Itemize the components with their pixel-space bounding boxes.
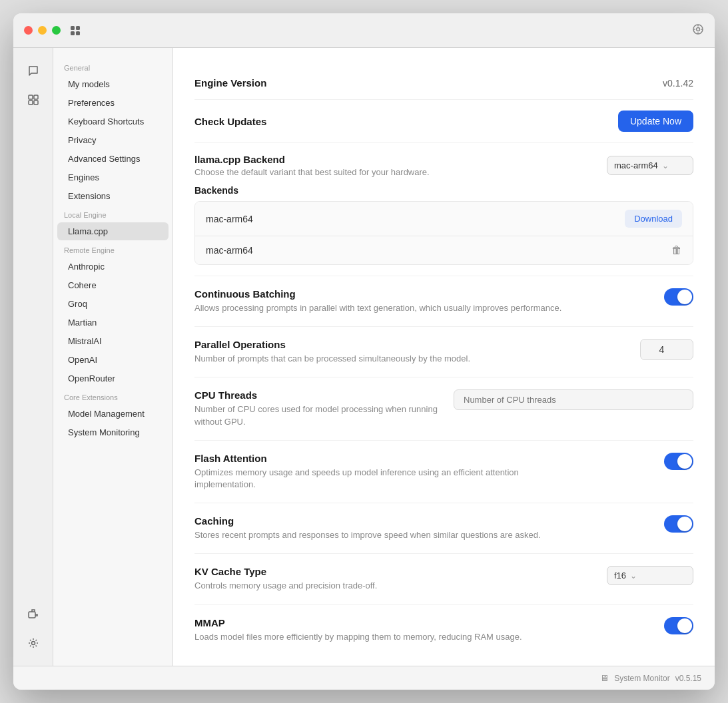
continuous-batching-title: Continuous Batching: [194, 288, 648, 300]
svg-point-5: [697, 27, 700, 31]
kv-cache-type-row: KV Cache Type Controls memory usage and …: [194, 554, 693, 604]
sidebar-item-preferences[interactable]: Preferences: [57, 94, 169, 112]
check-updates-label: Check Updates: [194, 116, 266, 127]
close-button[interactable]: [24, 26, 33, 35]
cpu-threads-right: [454, 389, 693, 410]
minimize-button[interactable]: [38, 26, 47, 35]
kv-cache-type-right: f16 ⌄: [607, 566, 693, 585]
sidebar-item-model-management[interactable]: Model Management: [57, 405, 169, 423]
sidebar-item-openai[interactable]: OpenAI: [57, 351, 169, 369]
kv-cache-select-value: f16: [614, 571, 626, 581]
grid-icon-btn[interactable]: [21, 88, 45, 112]
icon-bar: [13, 48, 53, 666]
titlebar: [13, 13, 715, 48]
sidebar-item-anthropic[interactable]: Anthropic: [57, 258, 169, 276]
parallel-operations-row: Parallel Operations Number of prompts th…: [194, 327, 693, 377]
main-content: Engine Version v0.1.42 Check Updates Upd…: [173, 48, 715, 666]
svg-rect-13: [34, 101, 38, 105]
sidebar-item-groq[interactable]: Groq: [57, 295, 169, 313]
svg-point-15: [31, 642, 35, 645]
update-now-button[interactable]: Update Now: [618, 111, 693, 132]
core-extensions-section-label: Core Extensions: [53, 388, 173, 404]
general-section-label: General: [53, 59, 173, 75]
sidebar-item-mistralai[interactable]: MistralAI: [57, 332, 169, 350]
svg-rect-12: [29, 101, 33, 105]
sidebar-item-my-models[interactable]: My models: [57, 75, 169, 93]
cpu-threads-row: CPU Threads Number of CPU cores used for…: [194, 377, 693, 440]
app-icon: [69, 24, 82, 37]
app-window: General My models Preferences Keyboard S…: [13, 13, 715, 690]
llama-cpp-backend-section: llama.cpp Backend Choose the default var…: [194, 143, 693, 276]
maximize-button[interactable]: [52, 26, 61, 35]
cpu-threads-desc: Number of CPU cores used for model proce…: [194, 403, 438, 427]
flash-attention-toggle[interactable]: [664, 453, 693, 470]
plugin-icon-btn[interactable]: [21, 602, 45, 626]
parallel-operations-desc: Number of prompts that can be processed …: [194, 353, 567, 365]
sidebar-item-martian[interactable]: Martian: [57, 314, 169, 332]
sidebar-item-extensions[interactable]: Extensions: [57, 187, 169, 205]
chat-icon-btn[interactable]: [21, 59, 45, 83]
kv-cache-select[interactable]: f16 ⌄: [607, 566, 693, 585]
sidebar-item-engines[interactable]: Engines: [57, 168, 169, 186]
svg-rect-10: [29, 95, 33, 99]
settings-icon-btn[interactable]: [21, 631, 45, 655]
sidebar-item-privacy[interactable]: Privacy: [57, 131, 169, 149]
traffic-lights: [24, 26, 61, 35]
sidebar-item-keyboard-shortcuts[interactable]: Keyboard Shortcuts: [57, 113, 169, 130]
cpu-threads-left: CPU Threads Number of CPU cores used for…: [194, 389, 438, 427]
sidebar-item-llama-cpp[interactable]: Llama.cpp: [57, 222, 169, 240]
flash-attention-title: Flash Attention: [194, 453, 648, 464]
kv-cache-chevron-icon: ⌄: [630, 571, 637, 581]
local-engine-section-label: Local Engine: [53, 206, 173, 222]
continuous-batching-left: Continuous Batching Allows processing pr…: [194, 288, 648, 314]
mmap-left: MMAP Loads model files more efficiently …: [194, 617, 648, 643]
chevron-down-icon: ⌄: [662, 161, 669, 170]
remote-engine-section-label: Remote Engine: [53, 241, 173, 257]
settings-icon[interactable]: [692, 23, 704, 38]
download-button[interactable]: Download: [625, 210, 682, 228]
caching-row: Caching Stores recent prompts and respon…: [194, 503, 693, 554]
kv-cache-type-desc: Controls memory usage and precision trad…: [194, 580, 567, 592]
icon-bar-bottom: [21, 602, 45, 666]
parallel-operations-title: Parallel Operations: [194, 339, 624, 350]
svg-rect-0: [71, 26, 75, 30]
caching-toggle[interactable]: [664, 515, 693, 533]
continuous-batching-row: Continuous Batching Allows processing pr…: [194, 276, 693, 327]
continuous-batching-right: [664, 288, 693, 306]
flash-attention-desc: Optimizes memory usage and speeds up mod…: [194, 467, 567, 491]
mmap-right: [664, 617, 693, 634]
cpu-threads-title: CPU Threads: [194, 389, 438, 401]
flash-attention-row: Flash Attention Optimizes memory usage a…: [194, 441, 693, 503]
sidebar-item-system-monitoring[interactable]: System Monitoring: [57, 423, 169, 441]
check-updates-row: Check Updates Update Now: [194, 100, 693, 143]
sidebar-item-advanced-settings[interactable]: Advanced Settings: [57, 150, 169, 168]
app-body: General My models Preferences Keyboard S…: [13, 48, 715, 666]
svg-rect-3: [76, 31, 80, 35]
sidebar-item-openrouter[interactable]: OpenRouter: [57, 369, 169, 387]
backend-name-0: mac-arm64: [206, 214, 253, 224]
caching-left: Caching Stores recent prompts and respon…: [194, 515, 648, 541]
footer: 🖥 System Monitor v0.5.15: [13, 666, 715, 690]
backend-list-item-1: mac-arm64 🗑: [195, 236, 693, 264]
mmap-toggle[interactable]: [664, 617, 693, 634]
mmap-row: MMAP Loads model files more efficiently …: [194, 605, 693, 655]
svg-rect-11: [34, 95, 38, 99]
sidebar-item-cohere[interactable]: Cohere: [57, 276, 169, 294]
backend-select[interactable]: mac-arm64 ⌄: [607, 156, 693, 175]
engine-version-value: v0.1.42: [663, 78, 693, 89]
svg-rect-1: [76, 26, 80, 30]
mmap-desc: Loads model files more efficiently by ma…: [194, 631, 567, 643]
cpu-threads-input[interactable]: [454, 389, 693, 410]
llama-cpp-backend-labels: llama.cpp Backend Choose the default var…: [194, 154, 430, 177]
backend-list-item-0: mac-arm64 Download: [195, 202, 693, 236]
version-label: v0.5.15: [675, 674, 701, 683]
caching-title: Caching: [194, 515, 648, 527]
continuous-batching-desc: Allows processing prompts in parallel wi…: [194, 302, 567, 314]
engine-version-row: Engine Version v0.1.42: [194, 67, 693, 100]
parallel-operations-input[interactable]: 4: [640, 339, 693, 360]
continuous-batching-toggle[interactable]: [664, 288, 693, 306]
trash-icon[interactable]: 🗑: [671, 244, 682, 256]
parallel-operations-left: Parallel Operations Number of prompts th…: [194, 339, 624, 365]
llama-cpp-backend-desc: Choose the default variant that best sui…: [194, 167, 430, 177]
svg-rect-14: [29, 612, 35, 618]
